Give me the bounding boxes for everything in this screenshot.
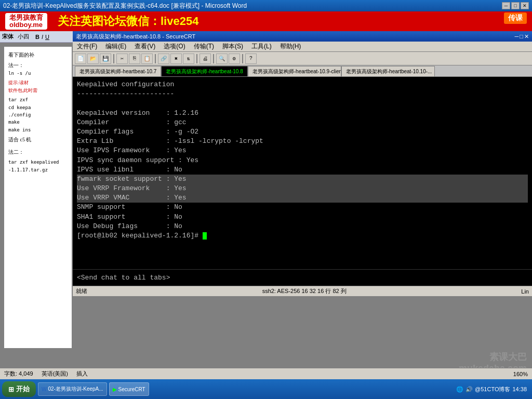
toolbar-save[interactable]: 💾 [100, 54, 111, 64]
term-line-2: Keepalived version : 1.2.16 [77, 109, 528, 118]
maximize-button[interactable]: □ [511, 2, 520, 9]
top-right-badge: 传课 [504, 12, 527, 24]
tab-1[interactable]: 老男孩高级架构师-heartbeat-10.8 [161, 66, 247, 76]
toolbar-paste[interactable]: 📋 [141, 54, 153, 64]
tray-area: 🌐 🔊 @51CTO博客 14:38 [456, 385, 530, 393]
toolbar-connect[interactable]: 🔗 [158, 54, 169, 64]
close-button[interactable]: ✕ [521, 2, 529, 9]
menu-help[interactable]: 帮助(H) [276, 41, 305, 52]
securecrt-minimize[interactable]: ─ [515, 33, 519, 40]
term-line-1: ------------------------ [77, 89, 528, 99]
tab-0[interactable]: 老男孩高级架构师-heartbeat-10.7 [75, 66, 161, 76]
term-line-10: Use VRRP Framework : Yes [77, 184, 528, 193]
terminal-area[interactable]: Keepalived configuration ---------------… [73, 77, 532, 269]
securecrt-title-bar: 老男孩高级架构师-heartbeat-10.8 - SecureCRT ─ □ … [73, 31, 532, 42]
toolbar-disconnect[interactable]: ✖ [170, 54, 182, 64]
term-line-13: SHA1 support : No [77, 212, 528, 222]
word-page: 看下面的补 法一： ln -s /u 提示:读材软件包,此时需 tar zxf … [4, 47, 72, 348]
taskbar-item-0[interactable]: W 02-老男孩培训-KeepA... [38, 382, 107, 396]
menu-options[interactable]: 选项(O) [159, 41, 189, 52]
watermark-banner: 老男孩教育 oldboy.me 关注英图论坛微信：live254 传课 [0, 11, 532, 31]
logo-area: 老男孩教育 oldboy.me [5, 13, 47, 30]
toolbar-cut[interactable]: ✂ [116, 54, 128, 64]
toolbar-sftp[interactable]: ⇅ [183, 54, 194, 64]
toolbar-open[interactable]: 📂 [87, 54, 99, 64]
term-line-14: Use Debug flags : No [77, 222, 528, 231]
toolbar-new[interactable]: 📄 [75, 54, 86, 64]
term-line-8: IPVS use libnl : No [77, 165, 528, 175]
toolbar-sep1 [113, 54, 114, 63]
windows-icon: ⊞ [8, 385, 14, 393]
toolbar-print[interactable]: 🖨 [200, 54, 211, 64]
word-zoom: 160% [513, 371, 528, 377]
volume-icon: 🔊 [466, 386, 473, 393]
tab-2[interactable]: 老男孩高级架构师-heartbeat-10.9-client1 [248, 66, 341, 76]
tab-bar: 老男孩高级架构师-heartbeat-10.7 老男孩高级架构师-heartbe… [73, 65, 532, 77]
word-status-bar: 字数: 4,049 英语(美国) 插入 160% [0, 368, 532, 379]
securecrt-window: 老男孩高级架构师-heartbeat-10.8 - SecureCRT ─ □ … [73, 31, 532, 314]
term-line-prompt: [root@lb02 keepalived-1.2.16]# [77, 231, 528, 241]
title-bar: 02-老男孩培训-KeepAlived服务安装配置及案例实践-c64.doc [… [0, 0, 532, 11]
word-wordcount: 字数: 4,049 [4, 370, 33, 378]
term-line-blank [77, 99, 528, 108]
toolbar-sep4 [213, 54, 214, 63]
menu-transfer[interactable]: 传输(T) [190, 41, 218, 52]
term-line-3: Compiler : gcc [77, 118, 528, 127]
status-ssh: ssh2: AES-256 16 32 16 行 82 列 [262, 287, 347, 295]
securecrt-status-bar: 就绪 ssh2: AES-256 16 32 16 行 82 列 Lin [73, 286, 532, 296]
securecrt-close[interactable]: ✕ [524, 33, 529, 40]
toolbar-copy[interactable]: ⎘ [129, 54, 140, 64]
minimize-button[interactable]: ─ [502, 2, 510, 9]
menu-view[interactable]: 查看(V) [130, 41, 159, 52]
status-encoding: Lin [521, 288, 529, 295]
term-line-5: Extra Lib : -lssl -lcrypto -lcrypt [77, 137, 528, 146]
send-chat-input[interactable] [77, 274, 528, 282]
clock: 14:38 [512, 386, 527, 392]
term-line-7: IPVS sync daemon support : Yes [77, 156, 528, 165]
menu-tools[interactable]: 工具(L) [247, 41, 276, 52]
status-ready: 就绪 [76, 287, 87, 295]
securecrt-toolbar: 📄 📂 💾 ✂ ⎘ 📋 🔗 ✖ ⇅ 🖨 🔍 ⚙ ? [73, 52, 532, 65]
term-line-11: Use VRRP VMAC : Yes [77, 193, 528, 203]
word-icon: W [42, 387, 46, 392]
menu-edit[interactable]: 编辑(E) [101, 41, 130, 52]
term-line-4: Compiler flags : -g -O2 [77, 127, 528, 137]
toolbar-find[interactable]: 🔍 [216, 54, 228, 64]
term-line-9: fwmark socket support : Yes [77, 175, 528, 184]
banner-text: 关注英图论坛微信：live254 [58, 14, 198, 29]
word-insert-mode: 插入 [76, 370, 88, 378]
tray-text: @51CTO博客 [475, 385, 510, 393]
tab-3[interactable]: 老男孩高级架构师-heartbeat-10.10-... [341, 66, 435, 76]
toolbar-sep3 [196, 54, 197, 63]
securecrt-title-text: 老男孩高级架构师-heartbeat-10.8 - SecureCRT [76, 33, 195, 41]
send-chat-bar [73, 269, 532, 286]
taskbar: ⊞ 开始 W 02-老男孩培训-KeepA... ▶ SecureCRT 🌐 🔊… [0, 379, 532, 399]
window-controls: ─ □ ✕ [502, 2, 529, 9]
menu-file[interactable]: 文件(F) [73, 41, 101, 52]
word-language: 英语(美国) [42, 370, 68, 378]
toolbar-settings[interactable]: ⚙ [229, 54, 240, 64]
start-button[interactable]: ⊞ 开始 [2, 381, 36, 397]
toolbar-help[interactable]: ? [245, 54, 257, 64]
securecrt-icon: ▶ [113, 387, 117, 392]
toolbar-sep2 [155, 54, 156, 63]
logo-text: 老男孩教育 oldboy.me [9, 14, 43, 29]
term-line-6: Use IPVS Framework : Yes [77, 146, 528, 155]
term-line-0: Keepalived configuration [77, 80, 528, 89]
securecrt-menubar: 文件(F) 编辑(E) 查看(V) 选项(O) 传输(T) 脚本(S) 工具(L… [73, 42, 532, 52]
network-icon: 🌐 [456, 386, 463, 393]
menu-script[interactable]: 脚本(S) [218, 41, 247, 52]
toolbar-sep5 [242, 54, 243, 63]
title-text: 02-老男孩培训-KeepAlived服务安装配置及案例实践-c64.doc [… [3, 2, 247, 10]
terminal-cursor [203, 232, 207, 240]
taskbar-item-1[interactable]: ▶ SecureCRT [109, 382, 149, 396]
term-line-12: SNMP support : No [77, 203, 528, 212]
word-content: 看下面的补 法一： ln -s /u 提示:读材软件包,此时需 tar zxf … [8, 51, 68, 174]
securecrt-maximize[interactable]: □ [520, 33, 523, 40]
